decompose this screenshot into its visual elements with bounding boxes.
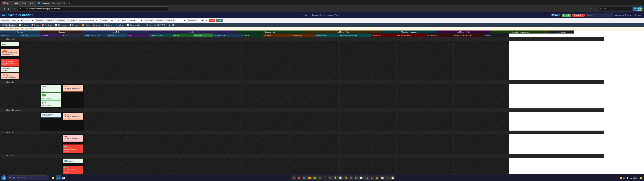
- card-blocked-1[interactable]: Blocked This is a unit story Analyst Reb…: [1, 49, 19, 56]
- cell-designed-bugs[interactable]: [173, 134, 193, 154]
- cell-int-test-bugs[interactable]: [315, 134, 340, 154]
- nav-meetings[interactable]: 📅 Meetings: [41, 24, 53, 27]
- browser-search-button[interactable]: 🔍: [633, 7, 637, 11]
- cell-defined-enh[interactable]: Blocked This is a unit study Analysis Pe…: [62, 112, 84, 130]
- nav-documentation[interactable]: 📄 Documentation: [125, 24, 142, 27]
- nav-projects[interactable]: 📁 Projects: [18, 24, 29, 27]
- epic-card-1[interactable]: CONF Epic BackLog / AnalysisPeer Review …: [41, 85, 61, 92]
- swimlane-toggle-tests[interactable]: ▼: [0, 154, 4, 158]
- cell-analysed-bugs[interactable]: [107, 134, 128, 154]
- tab-screenshots[interactable]: Kanbanara / Screenshots ✕: [36, 1, 67, 5]
- cell-unit-test-bugs[interactable]: [263, 134, 288, 154]
- pipe-offline-button[interactable]: Pipe: Offline: [572, 14, 585, 16]
- board-content[interactable]: ▼ Medium Stories RebeccaShatfield-15 CON…: [0, 37, 604, 174]
- cell-acc-test-epics[interactable]: [426, 84, 454, 108]
- cell-backlog-tests[interactable]: [40, 158, 62, 174]
- bookmark-button[interactable]: ☆: [589, 7, 593, 11]
- cell-completed-bugs[interactable]: [484, 134, 509, 154]
- taskbar-app-icon-1[interactable]: 🛡: [292, 176, 296, 180]
- cell-analysis-pr-tests[interactable]: [84, 158, 107, 174]
- cell-acc-test-enh[interactable]: [426, 112, 454, 130]
- col-header-developed[interactable]: Developed: [242, 34, 263, 37]
- taskbar-app-icon-15[interactable]: 🔧: [364, 176, 369, 180]
- card-rebecca-09[interactable]: RebeccaShatfield-09 Untriaged: [1, 67, 19, 72]
- taskbar-search-box[interactable]: 🔍 Type here - search: [7, 176, 49, 180]
- cell-design-tests[interactable]: [128, 158, 149, 174]
- nav-cards[interactable]: 🃏 Cards: [30, 24, 40, 27]
- cell-unit-accepted-epics[interactable]: [288, 84, 315, 108]
- cell-backlog-stories[interactable]: [40, 41, 62, 80]
- col-header-untriaged[interactable]: Untriaged 8: [0, 34, 20, 37]
- advanced-search-link[interactable]: Advanced Search: [614, 14, 626, 16]
- cell-analysed-tests[interactable]: [107, 158, 128, 174]
- filter-normal-select[interactable]: Normal: [198, 19, 208, 22]
- cell-completed-epics[interactable]: [484, 84, 509, 108]
- cell-acc-test-stories[interactable]: [426, 41, 454, 80]
- taskbar-app-icon-14[interactable]: 📝: [359, 176, 364, 180]
- swimlane-medium-stories[interactable]: ▼ Medium Stories: [0, 37, 604, 41]
- nav-rest-api[interactable]: 🔗 REST API: [153, 24, 166, 27]
- taskbar-app-icon-2[interactable]: 🔴: [297, 176, 301, 180]
- swimlane-medium-enhancements[interactable]: ▼ Medium Enhancements: [0, 108, 604, 112]
- taskbar-icon-chrome[interactable]: 🌐: [56, 175, 61, 180]
- cell-sys-test-tests[interactable]: [372, 158, 397, 174]
- card-blocked-2[interactable]: Blocked RebeccaShatfield-15 This is a un…: [1, 72, 19, 79]
- tab-close-1[interactable]: ✕: [32, 2, 34, 4]
- swimlane-toggle-epics[interactable]: ▼: [0, 80, 4, 84]
- cell-backlog-epics[interactable]: CONF Epic BackLog / AnalysisPeer Review …: [40, 84, 62, 108]
- cell-untriaged-enh[interactable]: [0, 112, 20, 130]
- tab-close-2[interactable]: ✕: [63, 2, 65, 4]
- cell-triaged-bugs[interactable]: [20, 134, 40, 154]
- filter-all2-select[interactable]: All: [176, 19, 186, 22]
- cell-sys-accepted-bugs[interactable]: [397, 134, 426, 154]
- taskbar-notification-icon[interactable]: 🔔: [640, 176, 643, 179]
- cell-sys-accepted-enh[interactable]: [397, 112, 426, 130]
- col-header-analysis-pr[interactable]: Analysis Peer Review 5: [84, 34, 107, 37]
- cell-design-pr-enh[interactable]: [149, 112, 173, 130]
- back-button[interactable]: ◀: [2, 7, 6, 11]
- chat-hamburger-icon[interactable]: ☰: [1, 28, 3, 30]
- cell-sys-test-enh[interactable]: [372, 112, 397, 130]
- taskbar-app-icon-10[interactable]: 📊: [338, 176, 343, 180]
- cell-design-bugs[interactable]: [128, 134, 149, 154]
- nav-help[interactable]: ❓ Help: [143, 24, 152, 27]
- col-header-unit-test[interactable]: Unit Testing: [263, 34, 288, 37]
- nav-settings[interactable]: ⚙ Settings: [102, 24, 114, 27]
- taskbar-app-icon-20[interactable]: 💾: [390, 176, 395, 180]
- swimlane-toggle-stories[interactable]: ▼: [0, 37, 4, 41]
- cell-acc-accepted-bugs[interactable]: [454, 134, 484, 154]
- forward-button[interactable]: ▶: [7, 7, 11, 11]
- taskbar-app-icon-3[interactable]: 🔵: [302, 176, 306, 180]
- cell-analysis-pr-bugs[interactable]: [84, 134, 107, 154]
- cell-completed-tests[interactable]: [484, 158, 509, 174]
- col-header-acc-accepted[interactable]: Acceptance Testing Accepted: [454, 34, 484, 37]
- cell-untriaged-epics[interactable]: [0, 84, 20, 108]
- taskbar-app-icon-19[interactable]: 🎵: [385, 176, 390, 180]
- kanban-board[interactable]: Planning Backlog Analysis Design Develop…: [0, 30, 644, 174]
- taskbar-app-icon-12[interactable]: 📹: [349, 176, 353, 180]
- cell-int-test-enh[interactable]: [315, 112, 340, 130]
- cell-acc-accepted-stories[interactable]: [454, 41, 484, 80]
- tab-kanbanara[interactable]: Kanbanara @ Untitled - Index ✕: [1, 1, 36, 5]
- col-header-acc-test[interactable]: Acceptance Testing: [426, 34, 454, 37]
- cell-sys-test-epics[interactable]: [372, 84, 397, 108]
- cell-design-pr-tests[interactable]: [149, 158, 173, 174]
- filter-view-select[interactable]: Hierarchical: [10, 19, 23, 22]
- nav-mi-metrics[interactable]: 📈 MI Metrics: [54, 24, 67, 27]
- cell-dev-pr-stories[interactable]: [213, 41, 242, 80]
- cell-designed-tests[interactable]: [173, 158, 193, 174]
- cell-int-test-stories[interactable]: [315, 41, 340, 80]
- cell-defined-bugs[interactable]: Bug This is a unit story Analyse Rebecca…: [62, 134, 84, 154]
- cell-developed-stories[interactable]: [242, 41, 263, 80]
- col-header-backlog[interactable]: Backlog 5: [40, 34, 62, 37]
- cell-unit-accepted-tests[interactable]: [288, 158, 315, 174]
- taskbar-app-icon-6[interactable]: 💼: [318, 176, 322, 180]
- taskbar-app-icon-18[interactable]: 📰: [380, 176, 384, 180]
- bug-card-defect-1[interactable]: Defect Clean out Pot order Development R…: [63, 144, 83, 153]
- col-header-dev-pr[interactable]: Development Peer Review: [213, 34, 242, 37]
- new-tab-button[interactable]: +: [67, 1, 72, 5]
- blocked-epic-1[interactable]: Blocked This is a unit study Analysis Pe…: [63, 85, 83, 92]
- filter-button[interactable]: Filter: [209, 19, 215, 22]
- cell-unit-accepted-stories[interactable]: [288, 41, 315, 80]
- cell-unit-test-epics[interactable]: [263, 84, 288, 108]
